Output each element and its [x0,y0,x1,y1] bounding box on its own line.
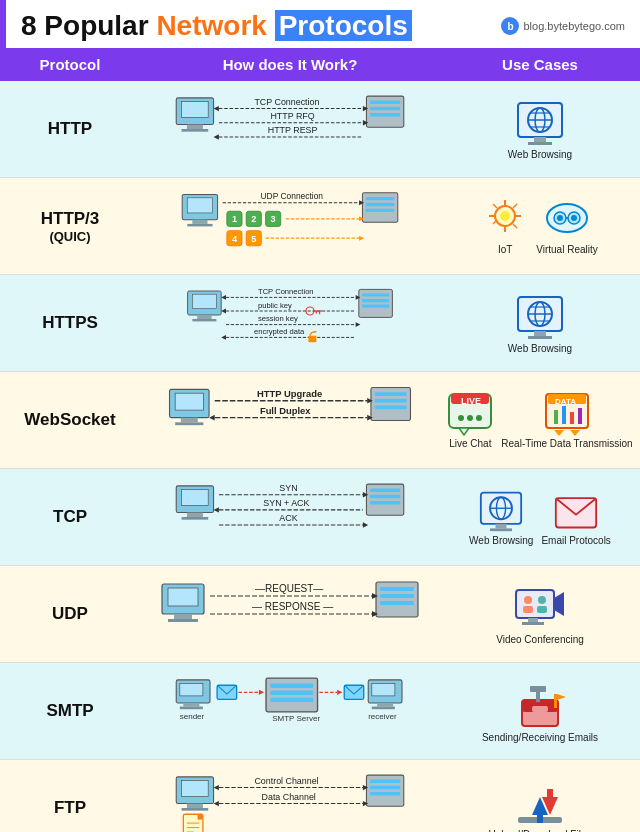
svg-marker-225 [214,801,219,806]
label-http: HTTP [0,81,140,177]
svg-text:5: 5 [251,234,256,244]
chat-icon: LIVE [447,392,493,436]
svg-marker-130 [570,430,580,436]
row-http3: HTTP/3 (QUIC) UDP Connection [0,178,640,275]
usecases-udp: Video Conferencing [440,566,640,662]
globe-icon-https [516,293,564,341]
svg-rect-25 [528,142,552,145]
iot-icon [482,198,528,242]
diagram-http-svg: TCP Connection HTTP RFQ HTTP RESP [144,89,436,169]
svg-marker-87 [356,322,361,327]
diagram-websocket-svg: HTTP Upgrade Full Duplex [144,380,436,460]
col-usecases: Use Cases [440,48,640,81]
usecase-upload-download: Upload/Download Files [489,777,592,833]
globe-icon [516,99,564,147]
svg-rect-175 [537,606,547,613]
svg-text:—REQUEST—: —REQUEST— [255,583,323,594]
svg-rect-201 [532,706,548,712]
row-websocket: WebSocket HTTP Upgrade [0,372,640,469]
svg-text:receiver: receiver [368,712,397,721]
svg-text:sender: sender [180,712,205,721]
svg-rect-70 [192,319,216,321]
svg-rect-31 [366,197,395,200]
usecase-video-conf: Video Conferencing [496,584,584,645]
svg-point-120 [467,415,473,421]
svg-text:Control Channel: Control Channel [254,776,318,786]
svg-rect-3 [182,129,209,132]
diagram-smtp: sender SMTP Server [140,663,440,759]
svg-text:session key: session key [258,314,298,323]
svg-rect-218 [370,792,400,796]
usecase-web-browsing-tcp: Web Browsing [469,489,533,546]
label-udp: UDP [0,566,140,662]
svg-rect-137 [370,489,400,493]
label-http3: HTTP/3 (QUIC) [0,178,140,274]
table-header: Protocol How does It Work? Use Cases [0,48,640,81]
svg-marker-127 [562,406,566,424]
svg-marker-122 [459,428,469,435]
svg-rect-69 [197,315,211,319]
svg-rect-6 [370,107,400,111]
svg-rect-170 [516,590,554,618]
svg-rect-216 [370,780,400,784]
diagram-udp-svg: —REQUEST— — RESPONSE — [144,574,436,654]
svg-point-172 [524,596,532,604]
svg-rect-176 [528,618,538,622]
svg-rect-196 [377,703,393,707]
svg-rect-229 [537,815,543,823]
svg-marker-50 [359,236,364,241]
svg-rect-32 [366,203,395,206]
svg-rect-5 [370,101,400,105]
col-how: How does It Work? [140,48,440,81]
svg-rect-73 [362,299,389,302]
svg-rect-138 [370,495,400,499]
svg-text:— RESPONSE —: — RESPONSE — [252,601,333,612]
diagram-http3-svg: UDP Connection 1 2 3 4 5 [144,186,436,266]
svg-rect-180 [183,703,199,707]
svg-rect-107 [375,399,407,403]
svg-line-58 [513,224,517,228]
usecases-https: Web Browsing [440,275,640,371]
svg-rect-24 [534,137,546,142]
svg-rect-177 [522,622,544,625]
svg-rect-29 [187,224,212,227]
usecase-vr: Virtual Reality [536,198,598,255]
files-icon [514,777,566,827]
row-ftp: FTP [0,760,640,832]
svg-marker-10 [214,106,219,111]
svg-rect-181 [180,707,203,710]
svg-rect-207 [182,780,209,796]
diagram-http3: UDP Connection 1 2 3 4 5 [140,178,440,274]
svg-text:ACK: ACK [279,513,297,523]
svg-point-66 [571,215,577,221]
svg-rect-102 [175,393,203,410]
brand-icon: b [501,17,519,35]
svg-point-52 [500,211,510,221]
svg-rect-197 [372,707,395,710]
svg-marker-171 [554,592,564,616]
brand-text: blog.bytebytego.com [523,20,625,32]
svg-rect-179 [180,683,203,695]
svg-text:SYN: SYN [279,483,297,493]
svg-marker-128 [570,412,574,424]
svg-text:1: 1 [232,214,237,224]
svg-rect-188 [270,691,313,695]
svg-text:DATA: DATA [555,397,576,406]
svg-rect-100 [528,336,552,339]
svg-text:LIVE: LIVE [461,396,481,406]
brand: b blog.bytebytego.com [501,17,625,35]
title-network: Network [156,10,266,41]
svg-text:HTTP Upgrade: HTTP Upgrade [257,388,322,399]
usecase-email-sending: Sending/Receiving Emails [482,680,598,743]
svg-point-65 [557,215,563,221]
main-title: 8 Popular Network Protocols [21,10,412,42]
svg-text:SMTP Server: SMTP Server [272,714,320,723]
svg-rect-174 [523,606,533,613]
svg-rect-154 [490,528,512,531]
svg-text:UDP Connection: UDP Connection [261,191,324,201]
svg-rect-106 [375,392,407,396]
usecase-web-browsing-https: Web Browsing [508,293,572,354]
label-https: HTTPS [0,275,140,371]
diagram-websocket: HTTP Upgrade Full Duplex [140,372,440,468]
svg-rect-153 [496,523,507,528]
